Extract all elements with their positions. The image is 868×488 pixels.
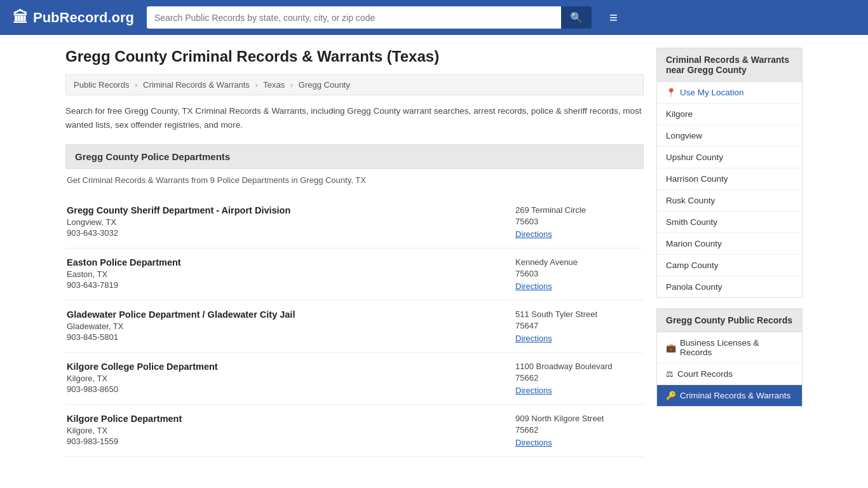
directions-link[interactable]: Directions [515,229,552,239]
sidebar-nearby-link-item[interactable]: Longview [657,125,802,147]
sidebar-link-icon: 🔑 [666,391,676,400]
directions-link[interactable]: Directions [515,334,552,343]
search-input[interactable] [147,6,561,29]
sidebar-link-label: Use My Location [680,88,744,97]
dept-name: Gladewater Police Department / Gladewate… [67,309,515,320]
sidebar-link-label: Court Records [677,369,733,379]
search-button[interactable]: 🔍 [561,6,592,29]
directions-link[interactable]: Directions [515,438,552,447]
sidebar-link-label: Harrison County [666,174,728,184]
sidebar-link-label: Smith County [666,217,717,227]
breadcrumb-public-records[interactable]: Public Records [74,80,129,90]
sidebar-link-icon: ⚖ [666,369,674,379]
dept-phone: 903-983-1559 [67,437,515,446]
sidebar-public-records-links: 💼Business Licenses & Records⚖Court Recor… [656,332,803,407]
dept-city: Kilgore, TX [67,426,515,435]
dept-entry: Gregg County Sheriff Department - Airpor… [65,196,644,248]
dept-info: Gregg County Sheriff Department - Airpor… [67,205,515,239]
section-subtext: Get Criminal Records & Warrants from 9 P… [65,175,644,185]
sidebar-nearby-link-item[interactable]: Kilgore [657,104,802,125]
dept-address: Kennedy Avenue 75603 Directions [515,257,642,291]
sidebar-nearby-link-item[interactable]: Upshur County [657,147,802,168]
logo-text: PubRecord.org [33,10,134,26]
sidebar-nearby-link-item[interactable]: Smith County [657,212,802,233]
sidebar-nearby-link-item[interactable]: Marion County [657,233,802,255]
sidebar-link-label: Upshur County [666,152,723,162]
dept-phone: 903-845-5801 [67,332,515,342]
breadcrumb-criminal-records[interactable]: Criminal Records & Warrants [143,80,250,90]
dept-entry: Kilgore Police Department Kilgore, TX 90… [65,405,644,457]
sidebar-link-label: Rusk County [666,196,715,205]
dept-phone: 903-643-3032 [67,228,515,238]
sidebar-link-label: Longview [666,131,702,140]
sidebar-nearby-header: Criminal Records & Warrants near Gregg C… [656,48,803,82]
dept-entry: Easton Police Department Easton, TX 903-… [65,248,644,301]
sidebar-link-label: Panola County [666,282,722,292]
dept-address: 1100 Broadway Boulevard 75662 Directions [515,362,642,395]
dept-city: Gladewater, TX [67,322,515,331]
dept-zip: 75603 [515,217,642,226]
logo-area[interactable]: 🏛 PubRecord.org [13,9,134,27]
dept-name: Gregg County Sheriff Department - Airpor… [67,205,515,215]
dept-zip: 75662 [515,373,642,383]
breadcrumb-texas[interactable]: Texas [263,80,285,90]
breadcrumb-sep-3: › [290,80,293,90]
sidebar-nearby-link-item[interactable]: 📍Use My Location [657,82,802,104]
dept-entry: Gladewater Police Department / Gladewate… [65,301,644,353]
dept-street: 511 South Tyler Street [515,309,642,319]
dept-info: Gladewater Police Department / Gladewate… [67,309,515,343]
sidebar-public-records-header: Gregg County Public Records [656,308,803,332]
dept-phone: 903-983-8650 [67,384,515,394]
logo-icon: 🏛 [13,9,28,27]
sidebar-nearby-link-item[interactable]: Camp County [657,255,802,276]
page-wrapper: Gregg County Criminal Records & Warrants… [53,35,815,470]
dept-name: Easton Police Department [67,257,515,268]
sidebar-public-records-link-item[interactable]: ⚖Court Records [657,363,802,385]
menu-icon: ≡ [609,10,618,25]
breadcrumb-current: Gregg County [299,80,350,90]
dept-street: 269 Terminal Circle [515,205,642,215]
menu-button[interactable]: ≡ [604,7,623,29]
sidebar-link-label: Marion County [666,239,722,248]
sidebar-nearby-links: 📍Use My LocationKilgoreLongviewUpshur Co… [656,82,803,298]
search-container: 🔍 [147,6,592,29]
dept-name: Kilgore College Police Department [67,362,515,372]
directions-link[interactable]: Directions [515,386,552,395]
header: 🏛 PubRecord.org 🔍 ≡ [0,0,868,35]
dept-street: 909 North Kilgore Street [515,414,642,423]
sidebar-nearby-link-item[interactable]: Panola County [657,276,802,297]
dept-entry: Kilgore College Police Department Kilgor… [65,353,644,405]
departments-list: Gregg County Sheriff Department - Airpor… [65,196,644,457]
sidebar-link-label: Kilgore [666,109,693,119]
dept-address: 511 South Tyler Street 75647 Directions [515,309,642,343]
dept-zip: 75662 [515,425,642,435]
dept-street: Kennedy Avenue [515,257,642,267]
breadcrumb-sep-2: › [255,80,258,90]
breadcrumb-sep-1: › [135,80,137,90]
sidebar-link-icon: 💼 [666,343,676,353]
section-header: Gregg County Police Departments [65,144,644,169]
dept-info: Easton Police Department Easton, TX 903-… [67,257,515,291]
sidebar-public-records-link-item[interactable]: 💼Business Licenses & Records [657,332,802,363]
directions-link[interactable]: Directions [515,281,552,291]
sidebar-link-label: Criminal Records & Warrants [680,391,790,400]
description: Search for free Gregg County, TX Crimina… [65,104,644,132]
dept-city: Easton, TX [67,269,515,279]
sidebar-nearby-link-item[interactable]: Rusk County [657,190,802,212]
dept-phone: 903-643-7819 [67,280,515,290]
sidebar-nearby-link-item[interactable]: Harrison County [657,168,802,190]
sidebar-link-icon: 📍 [666,88,676,97]
sidebar-link-label: Camp County [666,261,719,270]
dept-city: Longview, TX [67,217,515,227]
dept-name: Kilgore Police Department [67,414,515,424]
dept-zip: 75603 [515,269,642,278]
dept-info: Kilgore Police Department Kilgore, TX 90… [67,414,515,447]
sidebar-public-records-link-item[interactable]: 🔑Criminal Records & Warrants [657,385,802,406]
dept-city: Kilgore, TX [67,374,515,383]
dept-zip: 75647 [515,321,642,330]
page-title: Gregg County Criminal Records & Warrants… [65,48,644,65]
dept-info: Kilgore College Police Department Kilgor… [67,362,515,395]
dept-street: 1100 Broadway Boulevard [515,362,642,371]
main-content: Gregg County Criminal Records & Warrants… [65,48,644,457]
breadcrumb: Public Records › Criminal Records & Warr… [65,74,644,95]
